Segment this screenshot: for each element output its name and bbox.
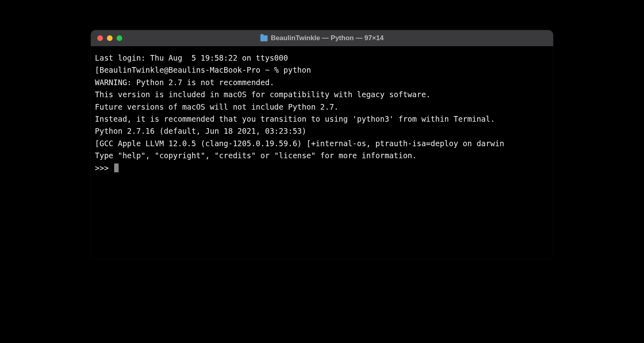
minimize-button[interactable] — [107, 35, 113, 41]
terminal-line: [GCC Apple LLVM 12.0.5 (clang-1205.0.19.… — [95, 137, 549, 149]
terminal-line: Python 2.7.16 (default, Jun 18 2021, 03:… — [95, 125, 549, 137]
terminal-prompt-line[interactable]: >>> — [95, 162, 549, 174]
cursor-icon — [114, 163, 119, 172]
window-title: BeaulinTwinkle — Python — 97×14 — [260, 34, 384, 42]
python-prompt: >>> — [95, 163, 113, 172]
terminal-line: [BeaulinTwinkle@Beaulins-MacBook-Pro ~ %… — [95, 64, 549, 76]
terminal-line: Type "help", "copyright", "credits" or "… — [95, 149, 549, 161]
maximize-button[interactable] — [117, 35, 122, 41]
terminal-line: Instead, it is recommended that you tran… — [95, 113, 549, 125]
terminal-window: BeaulinTwinkle — Python — 97×14 Last log… — [91, 30, 553, 259]
titlebar[interactable]: BeaulinTwinkle — Python — 97×14 — [91, 30, 553, 46]
window-title-text: BeaulinTwinkle — Python — 97×14 — [271, 34, 384, 42]
folder-icon — [260, 35, 268, 41]
terminal-line: Last login: Thu Aug 5 19:58:22 on ttys00… — [95, 52, 549, 64]
traffic-lights — [97, 35, 122, 41]
terminal-line: WARNING: Python 2.7 is not recommended. — [95, 76, 549, 88]
terminal-body[interactable]: Last login: Thu Aug 5 19:58:22 on ttys00… — [91, 46, 553, 259]
terminal-line: Future versions of macOS will not includ… — [95, 101, 549, 113]
terminal-line: This version is included in macOS for co… — [95, 88, 549, 100]
close-button[interactable] — [97, 35, 103, 41]
